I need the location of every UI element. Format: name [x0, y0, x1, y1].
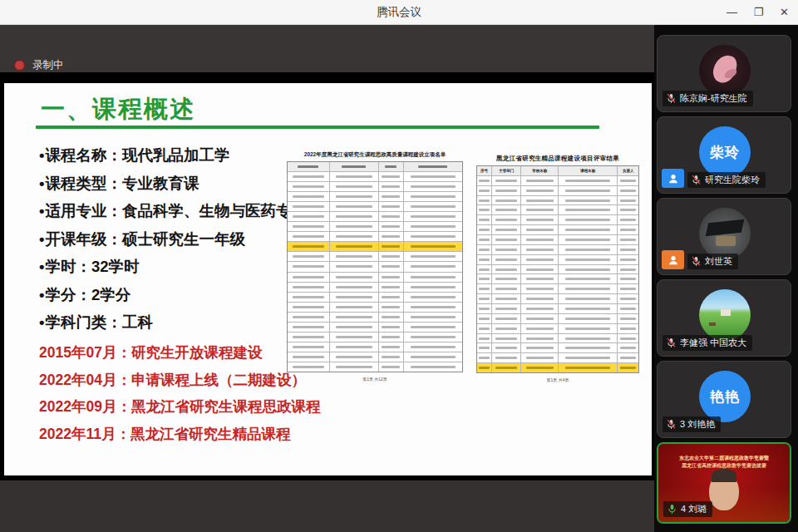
table-cell — [378, 252, 403, 261]
table-row — [288, 261, 462, 271]
table-cell — [520, 186, 558, 195]
table-cell — [520, 274, 558, 283]
table-row — [288, 241, 462, 251]
table-cell — [520, 294, 558, 303]
table-row — [477, 214, 638, 224]
table-cell — [558, 235, 617, 244]
maximize-button[interactable]: ❐ — [746, 0, 771, 24]
course-info-list: 课程名称现代乳品加工学 课程类型专业教育课 适用专业食品科学、生物与医药专业 开… — [39, 141, 288, 337]
list-item: 课程类型专业教育课 — [39, 170, 288, 198]
table-cell — [558, 363, 617, 372]
table-cell — [403, 252, 462, 261]
participant-tile[interactable]: 柴玲 研究生院柴玲 — [657, 116, 791, 194]
participant-name: 刘世英 — [705, 255, 732, 268]
table-cell — [329, 362, 378, 372]
participant-tile[interactable]: 艳艳 3 刘艳艳 — [657, 361, 791, 438]
table-cell — [520, 324, 558, 333]
table-cell — [520, 255, 558, 264]
table-cell — [558, 215, 617, 224]
participant-nametag: 陈京娴-研究生院 — [663, 91, 753, 106]
table-cell — [558, 324, 617, 333]
table-cell — [491, 314, 520, 323]
table-cell — [329, 222, 378, 231]
list-item: 学科门类工科 — [39, 308, 288, 337]
table-row — [288, 352, 462, 362]
table-row — [477, 352, 638, 362]
table-cell — [491, 225, 520, 234]
participant-tile-active-speaker[interactable]: 东北农业大学第二届课程思政教学竞赛暨 黑龙江省高校课程思政教学竞赛选拔赛 4 刘… — [657, 442, 791, 524]
table-cell — [378, 332, 403, 342]
person-icon — [667, 254, 679, 266]
table-cell — [491, 176, 520, 185]
table-cell — [558, 255, 617, 264]
table-cell — [520, 196, 558, 205]
table-row — [477, 254, 638, 264]
table-cell — [329, 332, 378, 342]
table-cell — [477, 304, 491, 313]
table-row — [288, 322, 462, 332]
milestone-item: 2015年07月研究生开放课程建设 — [39, 339, 313, 367]
person-icon — [667, 173, 679, 185]
participant-face — [709, 472, 739, 510]
table-row — [288, 282, 462, 292]
table-cell — [477, 265, 491, 274]
table-cell — [617, 265, 638, 274]
table-cell — [520, 176, 558, 185]
participant-name: 李健强 中国农大 — [680, 337, 746, 349]
participant-tile[interactable]: 刘世英 — [657, 198, 791, 275]
table-cell — [477, 235, 491, 244]
table-row — [477, 342, 638, 352]
document-table-grid: 序号主管部门学校名称课程名称负责人 — [476, 165, 639, 373]
participant-name: 4 刘璐 — [681, 503, 707, 515]
table-header-cell — [329, 162, 378, 171]
table-cell — [378, 342, 403, 352]
table-cell — [558, 353, 617, 362]
table-cell — [491, 245, 520, 254]
table-cell — [477, 334, 491, 343]
table-cell — [288, 342, 329, 352]
table-cell — [288, 352, 329, 362]
table-cell — [477, 274, 491, 283]
table-header-cell — [378, 162, 403, 171]
table-row — [288, 292, 462, 302]
table-row — [288, 302, 462, 312]
document-table-grid — [287, 161, 463, 372]
avatar: 艳艳 — [699, 371, 751, 422]
table-row — [477, 293, 638, 303]
table-cell — [378, 172, 403, 181]
table-cell — [477, 205, 491, 214]
table-cell — [329, 262, 378, 271]
table-cell — [617, 324, 638, 333]
table-cell — [329, 313, 378, 322]
table-cell — [329, 293, 378, 302]
table-cell — [403, 352, 462, 362]
close-button[interactable]: ✕ — [771, 0, 797, 24]
minimize-button[interactable]: — — [719, 0, 745, 24]
table-cell — [378, 202, 403, 211]
active-mic-icon — [667, 504, 677, 515]
table-cell — [491, 363, 520, 372]
table-cell — [477, 225, 491, 234]
table-cell — [617, 235, 638, 244]
table-cell — [288, 303, 329, 312]
table-cell — [617, 343, 638, 352]
muted-mic-icon — [666, 419, 677, 430]
left-document-table: 2022年度黑龙江省研究生课程思政高质量课程建设立项名单 第1页 共12页 — [287, 151, 463, 382]
participant-tile[interactable]: 李健强 中国农大 — [657, 279, 791, 357]
table-header-cell: 序号 — [477, 166, 491, 175]
table-row — [477, 313, 638, 323]
table-cell — [477, 186, 491, 195]
avatar — [699, 208, 751, 259]
table-cell — [558, 245, 617, 254]
recording-indicator[interactable]: 录制中 — [15, 58, 64, 72]
participant-name: 3 刘艳艳 — [680, 418, 715, 431]
list-item: 适用专业食品科学、生物与医药专业 — [39, 197, 288, 225]
table-cell — [378, 182, 403, 191]
table-cell — [403, 262, 462, 271]
table-row: 序号主管部门学校名称课程名称负责人 — [477, 166, 638, 175]
table-cell — [520, 363, 558, 372]
list-item: 学分2学分 — [39, 281, 288, 309]
participant-nametag: 研究生院柴玲 — [687, 172, 766, 188]
participant-tile[interactable]: 陈京娴-研究生院 — [657, 35, 791, 112]
table-cell — [288, 182, 329, 191]
